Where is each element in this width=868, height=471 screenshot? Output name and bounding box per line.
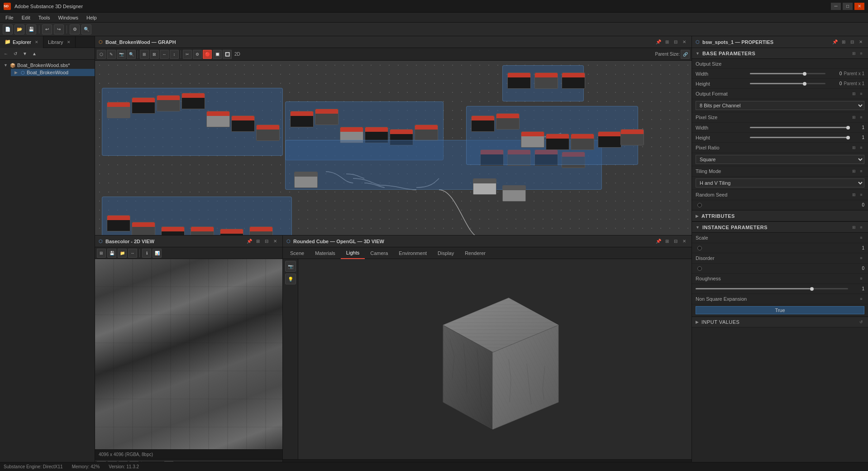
tab-display[interactable]: Display — [432, 247, 459, 259]
output-width-slider[interactable] — [750, 73, 825, 74]
view-3d-close[interactable]: ✕ — [681, 238, 688, 245]
graph-tool-link[interactable]: 🔗 — [681, 50, 690, 59]
explorer-tab[interactable]: 📁 Explorer ✕ — [0, 36, 43, 48]
new-button[interactable]: 📄 — [3, 24, 13, 34]
view-3d-canvas[interactable]: 📷 💡 — [283, 259, 692, 459]
graph-tool-6[interactable]: ⊠ — [150, 50, 159, 59]
pixel-ratio-select[interactable]: Square — [696, 155, 864, 164]
tab-lights[interactable]: Lights — [341, 247, 365, 259]
view-2d-float[interactable]: ⊞ — [254, 238, 262, 245]
graph-pin[interactable]: 📌 — [655, 38, 662, 46]
explorer-close[interactable]: ✕ — [35, 40, 38, 44]
pixel-ratio-icon-1[interactable]: ⊞ — [851, 144, 857, 151]
node-ml-2[interactable] — [132, 97, 155, 114]
save-button[interactable]: 💾 — [26, 24, 36, 34]
graph-tool-9[interactable]: ✂ — [183, 50, 192, 59]
graph-canvas[interactable] — [95, 61, 692, 235]
redo-button[interactable]: ↪ — [54, 24, 64, 34]
output-format-select[interactable]: 8 Bits per Channel — [696, 101, 864, 110]
view-2d-tool-3[interactable]: 📁 — [118, 249, 127, 258]
explorer-expand[interactable]: ▼ — [21, 50, 29, 58]
node-fr2-2[interactable] — [496, 113, 520, 130]
node-b-6[interactable] — [249, 226, 273, 235]
graph-tool-5[interactable]: ⊞ — [140, 50, 149, 59]
view-3d-pin[interactable]: 📌 — [655, 238, 662, 245]
props-close[interactable]: ✕ — [857, 38, 864, 46]
tree-root[interactable]: ▼ 📦 Boat_BrokenWood.sbs* — [0, 62, 95, 69]
output-height-slider[interactable] — [750, 83, 825, 84]
attributes-header[interactable]: ▶ ATTRIBUTES — [692, 211, 868, 221]
instance-params-icon-1[interactable]: ⊞ — [851, 224, 857, 231]
pixel-size-icon-1[interactable]: ⊞ — [851, 114, 857, 120]
base-parameters-header[interactable]: ▼ BASE PARAMETERS ⊞ ≡ — [692, 48, 868, 59]
pixel-height-slider[interactable] — [750, 137, 848, 138]
explorer-collapse[interactable]: ▲ — [30, 50, 38, 58]
roughness-slider[interactable] — [696, 288, 848, 289]
node-connector-2[interactable] — [473, 178, 496, 195]
graph-tool-4[interactable]: 🔍 — [127, 50, 136, 59]
toolbar-btn-3[interactable]: ⚙ — [70, 24, 80, 34]
node-b-1[interactable] — [107, 215, 130, 231]
node-tr-2[interactable] — [534, 72, 558, 89]
node-fr2-5[interactable] — [571, 134, 594, 150]
node-ml-1[interactable] — [107, 102, 130, 118]
graph-tool-10[interactable]: ⚙ — [193, 50, 202, 59]
output-format-icon-2[interactable]: ≡ — [858, 91, 864, 97]
node-fr2-3[interactable] — [521, 131, 544, 148]
tiling-mode-select[interactable]: H and V Tiling — [696, 178, 864, 187]
tiling-mode-icon-2[interactable]: ≡ — [858, 168, 864, 174]
graph-tool-13[interactable]: 🔳 — [223, 50, 232, 59]
view-3d-float[interactable]: ⊞ — [663, 238, 671, 245]
node-tr-3[interactable] — [562, 72, 585, 89]
explorer-refresh[interactable]: ↺ — [11, 50, 19, 58]
close-button[interactable]: ✕ — [854, 3, 864, 10]
scale-icon[interactable]: ≡ — [858, 235, 864, 241]
base-params-icon-2[interactable]: ≡ — [858, 50, 864, 57]
node-b-5[interactable] — [220, 229, 243, 235]
tab-environment[interactable]: Environment — [393, 247, 432, 259]
graph-float[interactable]: ⊞ — [663, 38, 671, 46]
library-close[interactable]: ✕ — [67, 40, 71, 44]
view-2d-tool-5[interactable]: ℹ — [142, 249, 151, 258]
pixel-ratio-icon-2[interactable]: ≡ — [858, 144, 864, 151]
node-tr-1[interactable] — [507, 72, 531, 89]
roughness-icon[interactable]: ≡ — [858, 275, 864, 282]
props-float[interactable]: ⊞ — [840, 38, 847, 46]
node-b-4[interactable] — [191, 226, 214, 235]
toolbar-btn-4[interactable]: 🔍 — [81, 24, 91, 34]
node-b-3[interactable] — [161, 226, 185, 235]
graph-tool-11[interactable]: 🔴 — [203, 50, 212, 59]
node-fr2-6[interactable] — [598, 131, 621, 148]
graph-tool-3[interactable]: 📷 — [117, 50, 126, 59]
node-fr2-4[interactable] — [546, 134, 569, 150]
random-seed-icon-1[interactable]: ⊞ — [851, 192, 857, 198]
disorder-icon[interactable]: ≡ — [858, 255, 864, 261]
view-2d-tool-1[interactable]: ⊞ — [97, 249, 106, 258]
input-values-header[interactable]: ▶ INPUT VALUES ↺ — [692, 317, 868, 327]
view-3d-light-btn[interactable]: 💡 — [285, 274, 296, 284]
graph-tool-1[interactable]: ⬡ — [97, 50, 106, 59]
node-r-1[interactable] — [290, 111, 314, 127]
view-2d-close[interactable]: ✕ — [272, 238, 279, 245]
maximize-button[interactable]: □ — [843, 3, 853, 10]
undo-button[interactable]: ↩ — [42, 24, 52, 34]
view-2d-pin[interactable]: 📌 — [246, 238, 253, 245]
graph-tool-7[interactable]: ↔ — [160, 50, 169, 59]
tab-materials[interactable]: Materials — [310, 247, 341, 259]
graph-tool-12[interactable]: 🔲 — [213, 50, 222, 59]
view-2d-tool-6[interactable]: 📊 — [153, 249, 162, 258]
menu-tools[interactable]: Tools — [35, 14, 54, 21]
graph-maximize[interactable]: ⊟ — [672, 38, 679, 46]
minimize-button[interactable]: ─ — [831, 3, 841, 10]
node-ml-5[interactable] — [206, 111, 230, 127]
view-2d-tool-2[interactable]: 💾 — [107, 249, 116, 258]
node-fr2-1[interactable] — [471, 115, 495, 132]
instance-params-icon-2[interactable]: ≡ — [858, 224, 864, 231]
view-2d-maximize[interactable]: ⊟ — [263, 238, 270, 245]
menu-windows[interactable]: Windows — [54, 14, 82, 21]
node-connector-3[interactable] — [502, 185, 526, 202]
pixel-width-slider[interactable] — [750, 127, 848, 128]
menu-help[interactable]: Help — [83, 14, 100, 21]
tiling-mode-icon-1[interactable]: ⊞ — [851, 168, 857, 174]
instance-params-header[interactable]: ▼ INSTANCE PARAMETERS ⊞ ≡ — [692, 222, 868, 233]
